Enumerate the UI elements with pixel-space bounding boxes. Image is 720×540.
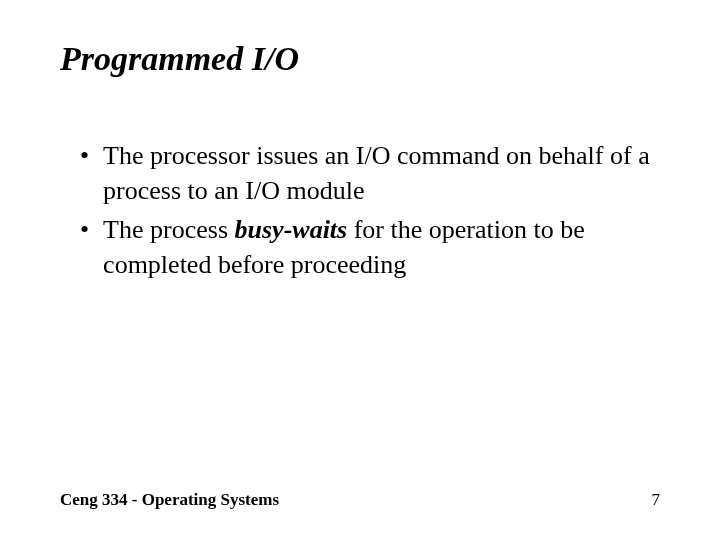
bullet-emphasis: busy-waits [235,215,348,244]
bullet-text-before: The processor issues an I/O command on b… [103,141,650,205]
bullet-item: • The processor issues an I/O command on… [80,138,660,208]
slide-title: Programmed I/O [60,40,660,78]
page-number: 7 [652,490,661,510]
bullet-text-before: The process [103,215,234,244]
slide: Programmed I/O • The processor issues an… [0,0,720,540]
bullet-text: The processor issues an I/O command on b… [103,138,660,208]
bullet-item: • The process busy-waits for the operati… [80,212,660,282]
slide-content: • The processor issues an I/O command on… [60,138,660,282]
bullet-marker-icon: • [80,212,89,282]
bullet-marker-icon: • [80,138,89,208]
slide-footer: Ceng 334 - Operating Systems 7 [60,490,660,510]
footer-course-name: Ceng 334 - Operating Systems [60,490,279,510]
bullet-text: The process busy-waits for the operation… [103,212,660,282]
